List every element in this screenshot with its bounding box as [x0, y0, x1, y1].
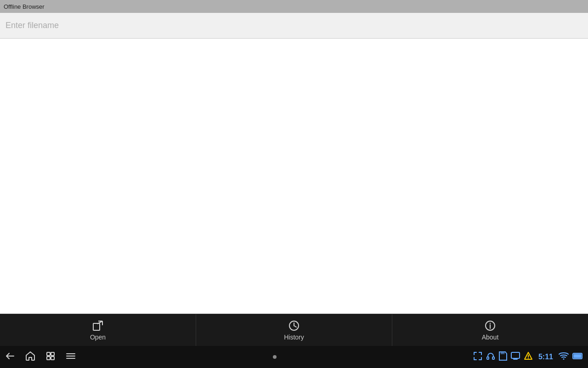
svg-rect-10	[47, 352, 50, 356]
history-icon	[288, 320, 300, 332]
svg-rect-17	[487, 357, 489, 359]
nav-left	[5, 351, 76, 364]
svg-rect-22	[511, 352, 520, 358]
recents-icon[interactable]	[45, 351, 56, 364]
open-label: Open	[90, 334, 106, 341]
nav-center	[273, 355, 277, 359]
filename-input[interactable]	[6, 17, 582, 35]
warning-icon	[524, 351, 533, 362]
content-area	[0, 39, 588, 314]
app-title: Offline Browser	[4, 3, 45, 10]
svg-point-9	[490, 322, 491, 323]
screen-icon	[511, 351, 520, 362]
svg-rect-12	[51, 352, 54, 356]
svg-rect-29	[574, 354, 582, 358]
open-icon	[92, 320, 104, 332]
svg-point-26	[528, 358, 529, 359]
sdcard-icon	[499, 351, 507, 362]
status-bar: 5:11	[473, 351, 583, 362]
menu-icon[interactable]	[65, 351, 76, 364]
history-label: History	[284, 334, 304, 341]
svg-rect-0	[93, 323, 100, 330]
action-about[interactable]: About	[392, 314, 588, 346]
about-label: About	[482, 334, 499, 341]
action-bar: Open History About	[0, 314, 588, 346]
back-icon[interactable]	[5, 351, 16, 364]
battery-icon	[572, 352, 583, 362]
action-open[interactable]: Open	[0, 314, 196, 346]
action-history[interactable]: History	[196, 314, 392, 346]
svg-rect-11	[47, 356, 50, 360]
home-icon[interactable]	[25, 351, 36, 364]
svg-rect-18	[492, 357, 494, 359]
search-bar	[0, 13, 588, 39]
svg-rect-13	[51, 356, 54, 360]
about-icon	[484, 320, 496, 332]
fullscreen-icon	[473, 351, 482, 362]
svg-line-6	[294, 326, 296, 327]
nav-bar: 5:11	[0, 346, 588, 368]
svg-point-27	[563, 358, 565, 360]
status-time: 5:11	[538, 353, 553, 361]
title-bar: Offline Browser	[0, 0, 588, 13]
wifi-icon	[559, 352, 569, 362]
home-dot-indicator	[273, 355, 277, 359]
headphone-icon	[486, 351, 495, 362]
